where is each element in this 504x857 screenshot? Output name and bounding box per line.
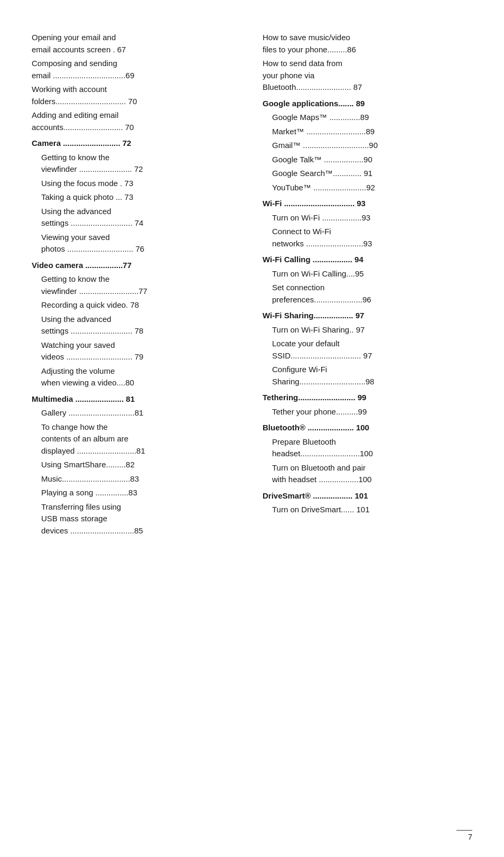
list-item: Prepare Bluetooth [263,436,472,448]
list-item: Taking a quick photo ... 73 [32,191,241,204]
toc-block-entry10: Getting to know the viewfinder .........… [32,273,241,297]
toc-block-entry27: Google Search™............. 91 [263,168,472,180]
toc-block-entry3: Working with account folders............… [32,84,241,107]
list-item: Using the advanced [32,314,241,326]
toc-label: settings ............................ 78 [32,325,241,337]
toc-block-entry20: Transferring files using USB mass storag… [32,501,241,537]
list-item: Wi-Fi Calling .................. 94 [263,254,472,266]
toc-label: devices .............................85 [32,525,241,537]
toc-block-entry29: Turn on Wi-Fi ..................93 [263,212,472,224]
toc-label: Sharing..............................98 [263,376,472,388]
toc-label: Gallery ..............................81 [32,407,241,419]
toc-label: Turn on Wi-Fi Calling....95 [263,268,472,280]
toc-label: folders................................ … [32,96,241,108]
toc-label: Turn on DriveSmart...... 101 [263,504,472,516]
toc-label: videos .............................. 79 [32,351,241,363]
toc-label: Gmail™ ..............................90 [263,140,472,152]
page-number: 7 [468,832,472,841]
list-item: Camera .......................... 72 [32,137,241,150]
list-item: Wi-Fi Sharing.................. 97 [263,310,472,322]
toc-label: SSID................................ 97 [263,350,472,362]
toc-label: How to save music/video [263,32,472,44]
toc-label: USB mass storage [32,513,241,525]
toc-block-entry30: Connect to Wi-Fi networks ..............… [263,226,472,250]
toc-block-entry11: Recording a quick video. 78 [32,299,241,311]
toc-block-tethering: Tethering.......................... 99 [263,392,472,404]
toc-block-multimedia: Multimedia ...................... 81 [32,393,241,406]
toc-block-bluetooth: Bluetooth® ..................... 100 [263,422,472,434]
toc-block-entry19: Playing a song ...............83 [32,487,241,499]
list-item: displayed ...........................81 [32,445,241,457]
toc-label: Adding and editing email [32,109,241,122]
toc-block-entry37: Prepare Bluetooth headset...............… [263,436,472,460]
toc-label: Watching your saved [32,339,241,352]
list-item: networks ..........................93 [263,238,472,250]
toc-label: How to send data from [263,58,472,70]
toc-label: Google Maps™ ..............89 [263,112,472,124]
toc-label: headset...........................100 [263,448,472,460]
list-item: How to save music/video [263,32,472,44]
toc-label: Wi-Fi ................................ 9… [263,198,472,210]
toc-block-entry9: Viewing your saved photos ..............… [32,232,241,255]
page-container: Opening your email and email accounts sc… [0,0,504,857]
toc-block-entry21: How to save music/video files to your ph… [263,32,472,56]
toc-block-entry26: Google Talk™ ..................90 [263,154,472,166]
list-item: Wi-Fi ................................ 9… [263,198,472,210]
list-item: contents of an album are [32,433,241,445]
list-item: Gmail™ ..............................90 [263,140,472,152]
list-item: Using the focus mode . 73 [32,178,241,190]
toc-label: Transferring files using [32,501,241,513]
right-column: How to save music/video files to your ph… [263,32,472,518]
list-item: Bluetooth® ..................... 100 [263,422,472,434]
toc-label: Playing a song ...............83 [32,487,241,499]
toc-label: files to your phone.........86 [263,44,472,56]
list-item: Opening your email and [32,32,241,44]
toc-block-entry4: Adding and editing email accounts.......… [32,109,241,133]
toc-label: Connect to Wi-Fi [263,226,472,238]
toc-label: Camera .......................... 72 [32,137,241,150]
toc-label: Viewing your saved [32,232,241,244]
toc-block-entry28: YouTube™ ........................92 [263,182,472,194]
toc-label: Google applications....... 89 [263,98,472,110]
toc-block-entry8: Using the advanced settings ............… [32,206,241,229]
list-item: Using the advanced [32,206,241,218]
list-item: DriveSmart® .................. 101 [263,490,472,502]
list-item: folders................................ … [32,96,241,108]
list-item: Google Maps™ ..............89 [263,112,472,124]
list-item: Video camera .................77 [32,260,241,272]
toc-label: Using the focus mode . 73 [32,178,241,190]
list-item: viewfinder ...........................77 [32,285,241,298]
toc-columns: Opening your email and email accounts sc… [32,32,472,539]
list-item: Google Search™............. 91 [263,168,472,180]
toc-block-wifi: Wi-Fi ................................ 9… [263,198,472,210]
toc-block-entry17: Using SmartShare.........82 [32,459,241,471]
toc-label: Bluetooth......................... 87 [263,81,472,94]
toc-label: accounts........................... 70 [32,122,241,134]
toc-label: viewfinder ...........................77 [32,285,241,298]
list-item: Sharing..............................98 [263,376,472,388]
toc-label: when viewing a video....80 [32,377,241,389]
toc-label: Composing and sending [32,58,241,70]
list-item: settings ............................ 78 [32,325,241,337]
toc-label: Getting to know the [32,152,241,164]
toc-label: contents of an album are [32,433,241,445]
list-item: USB mass storage [32,513,241,525]
toc-block-entry36: Tether your phone..........99 [263,406,472,418]
toc-label: Recording a quick video. 78 [32,299,241,311]
list-item: Google Talk™ ..................90 [263,154,472,166]
list-item: viewfinder ........................ 72 [32,163,241,176]
list-item: photos .............................. 76 [32,243,241,255]
toc-label: Music...............................83 [32,473,241,485]
toc-block-entry16: To change how the contents of an album a… [32,421,241,457]
toc-label: Set connection [263,282,472,294]
list-item: Google applications....... 89 [263,98,472,110]
list-item: Composing and sending [32,58,241,70]
list-item: Turn on Bluetooth and pair [263,462,472,474]
toc-label: Getting to know the [32,273,241,285]
list-item: Adjusting the volume [32,365,241,377]
toc-label: Locate your default [263,338,472,350]
toc-label: Tethering.......................... 99 [263,392,472,404]
toc-block-entry31: Turn on Wi-Fi Calling....95 [263,268,472,280]
toc-block-video-camera: Video camera .................77 [32,260,241,272]
list-item: headset...........................100 [263,448,472,460]
